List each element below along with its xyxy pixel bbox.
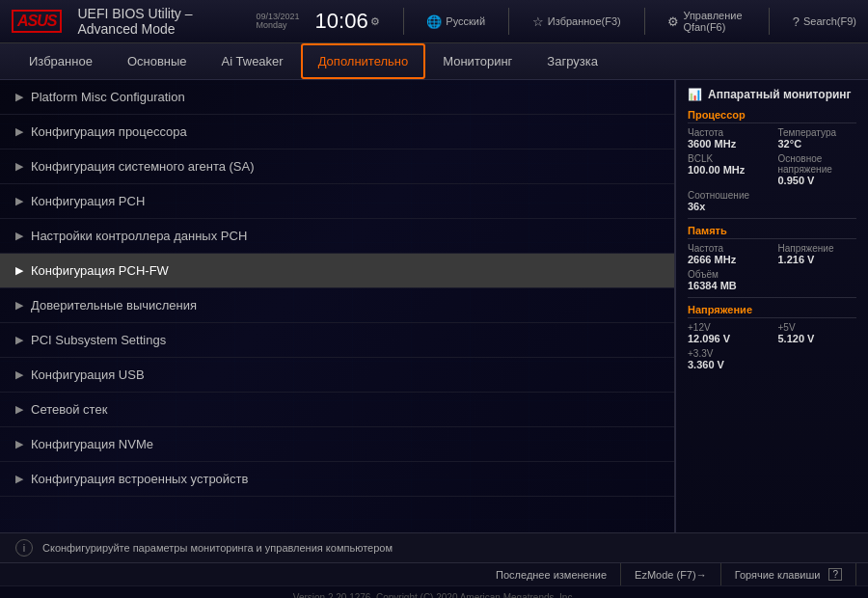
hw-v12-v5: +12V 12.096 V +5V 5.120 V bbox=[688, 322, 856, 344]
header-title: UEFI BIOS Utility – Advanced Mode bbox=[77, 6, 217, 37]
header-divider-4 bbox=[769, 8, 770, 35]
menu-item-sa-config[interactable]: ▶ Конфигурация системного агента (SA) bbox=[0, 150, 674, 184]
menu-item-pci-subsystem[interactable]: ▶ PCI Subsystem Settings bbox=[0, 323, 674, 358]
ez-mode-button[interactable]: EzMode (F7)→ bbox=[621, 563, 721, 585]
info-icon: i bbox=[15, 539, 33, 557]
arrow-icon: ▶ bbox=[15, 473, 23, 485]
menu-item-usb-config[interactable]: ▶ Конфигурация USB bbox=[0, 358, 674, 393]
menu-item-pch-fw[interactable]: ▶ Конфигурация PCH-FW bbox=[0, 254, 674, 288]
arrow-icon: ▶ bbox=[15, 403, 23, 416]
arrow-icon: ▶ bbox=[15, 195, 23, 207]
nav-item-advanced[interactable]: Дополнительно bbox=[301, 43, 426, 79]
arrow-icon: ▶ bbox=[15, 264, 23, 277]
arrow-icon: ▶ bbox=[15, 160, 23, 173]
hw-mem-freq-voltage: Частота 2666 MHz Напряжение 1.216 V bbox=[688, 243, 856, 265]
hw-mem-freq: Частота 2666 MHz bbox=[688, 243, 767, 265]
footer-copyright: Version 2.20.1276. Copyright (C) 2020 Am… bbox=[0, 586, 868, 598]
hw-voltage-section: Напряжение bbox=[688, 304, 856, 318]
arrow-icon: ▶ bbox=[15, 438, 23, 450]
hw-v5: +5V 5.120 V bbox=[778, 322, 857, 344]
hotkeys-icon: ? bbox=[828, 568, 842, 581]
header-divider-3 bbox=[644, 8, 645, 35]
menu-item-cpu-config[interactable]: ▶ Конфигурация процессора bbox=[0, 115, 674, 150]
language-button[interactable]: 🌐 Русский bbox=[426, 14, 485, 29]
menu-item-trusted-computing[interactable]: ▶ Доверительные вычисления bbox=[0, 288, 674, 323]
hw-mem-size: Объём 16384 MB bbox=[688, 269, 856, 291]
search-button[interactable]: ? Search(F9) bbox=[793, 14, 856, 29]
divider-2 bbox=[688, 297, 856, 298]
arrow-icon: ▶ bbox=[15, 368, 23, 381]
asus-logo: ASUS bbox=[12, 10, 62, 33]
header-divider bbox=[403, 8, 404, 35]
menu-item-onboard-config[interactable]: ▶ Конфигурация встроенных устройств bbox=[0, 462, 674, 497]
monitor-icon: 📊 bbox=[688, 88, 702, 101]
arrow-icon: ▶ bbox=[15, 334, 23, 346]
fan-icon: ⚙ bbox=[667, 14, 679, 29]
footer-buttons: Последнее изменение EzMode (F7)→ Горячие… bbox=[0, 563, 868, 586]
hw-cpu-bclk: BCLK 100.00 MHz bbox=[688, 153, 767, 186]
search-icon: ? bbox=[793, 14, 800, 29]
time-display: 10:06⚙ bbox=[315, 11, 380, 32]
hw-mem-voltage: Напряжение 1.216 V bbox=[778, 243, 857, 265]
menu-item-nvme-config[interactable]: ▶ Конфигурация NVMe bbox=[0, 427, 674, 462]
menu-item-pch-config[interactable]: ▶ Конфигурация PCH bbox=[0, 184, 674, 219]
arrow-icon: ▶ bbox=[15, 91, 23, 103]
globe-icon: 🌐 bbox=[426, 14, 442, 29]
favorites-button[interactable]: ☆ Избранное(F3) bbox=[532, 14, 621, 29]
right-panel: 📊 Аппаратный мониторинг Процессор Частот… bbox=[675, 80, 868, 532]
last-change-button[interactable]: Последнее изменение bbox=[482, 563, 621, 585]
hw-cpu-section: Процессор bbox=[688, 109, 856, 123]
hw-cpu-freq: Частота 3600 MHz bbox=[688, 127, 767, 150]
nav-item-main[interactable]: Основные bbox=[110, 43, 204, 79]
status-text: Сконфигурируйте параметры мониторинга и … bbox=[42, 542, 393, 554]
nav-item-ai-tweaker[interactable]: Ai Tweaker bbox=[204, 43, 301, 79]
nav-item-boot[interactable]: Загрузка bbox=[529, 43, 615, 79]
date-display: 09/13/2021Monday bbox=[257, 13, 300, 30]
menu-item-platform-misc[interactable]: ▶ Platform Misc Configuration bbox=[0, 80, 674, 115]
hw-v33: +3.3V 3.360 V bbox=[688, 348, 856, 370]
hw-cpu-bclk-voltage: BCLK 100.00 MHz Основное напряжение 0.95… bbox=[688, 153, 856, 186]
main-container: ▶ Platform Misc Configuration ▶ Конфигур… bbox=[0, 80, 868, 532]
navbar: Избранное Основные Ai Tweaker Дополнител… bbox=[0, 43, 868, 80]
status-bar: i Сконфигурируйте параметры мониторинга … bbox=[0, 532, 868, 563]
star-icon: ☆ bbox=[532, 14, 544, 29]
settings-icon[interactable]: ⚙ bbox=[370, 16, 380, 27]
hotkeys-button[interactable]: Горячие клавиши ? bbox=[721, 563, 856, 585]
arrow-icon: ▶ bbox=[15, 299, 23, 312]
header-divider-2 bbox=[508, 8, 509, 35]
hw-memory-section: Память bbox=[688, 225, 856, 239]
divider-1 bbox=[688, 218, 856, 219]
hw-cpu-freq-temp: Частота 3600 MHz Температура 32°C bbox=[688, 127, 856, 150]
time-block: 09/13/2021Monday bbox=[257, 13, 300, 30]
hw-cpu-temp: Температура 32°C bbox=[778, 127, 857, 150]
footer: Последнее изменение EzMode (F7)→ Горячие… bbox=[0, 563, 868, 598]
arrow-icon: ▶ bbox=[15, 230, 23, 242]
menu-item-pch-storage[interactable]: ▶ Настройки контроллера данных PCH bbox=[0, 219, 674, 254]
arrow-icon: ▶ bbox=[15, 125, 23, 138]
hw-monitor-title: 📊 Аппаратный мониторинг bbox=[688, 88, 856, 101]
hw-cpu-ratio: Соотношение 36x bbox=[688, 190, 856, 212]
left-panel: ▶ Platform Misc Configuration ▶ Конфигур… bbox=[0, 80, 675, 532]
menu-item-network-stack[interactable]: ▶ Сетевой стек bbox=[0, 393, 674, 427]
nav-item-monitor[interactable]: Мониторинг bbox=[425, 43, 529, 79]
hw-v12: +12V 12.096 V bbox=[688, 322, 767, 344]
qfan-button[interactable]: ⚙ Управление Qfan(F6) bbox=[667, 10, 746, 33]
header: ASUS UEFI BIOS Utility – Advanced Mode 0… bbox=[0, 0, 868, 43]
nav-item-favorites[interactable]: Избранное bbox=[12, 43, 110, 79]
hw-cpu-base-voltage: Основное напряжение 0.950 V bbox=[778, 153, 857, 186]
